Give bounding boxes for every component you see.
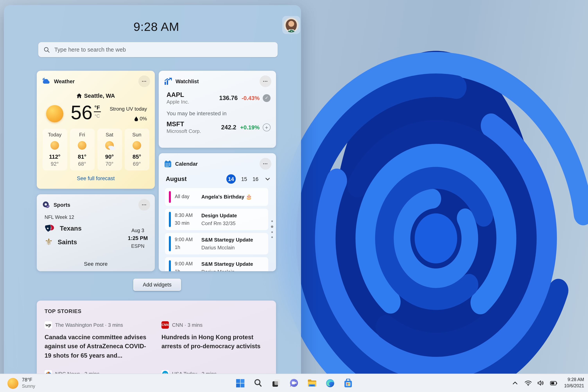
team-row-saints[interactable]: ⚜ Saints [45,237,128,246]
calendar-month: August [166,176,226,182]
calendar-day-16[interactable]: 16 [253,176,258,182]
forecast-day[interactable]: Fri 81° 68° [70,128,95,170]
washington-post-logo-icon: wp [45,321,52,329]
cnn-logo-icon: CNN [162,321,169,329]
news-story[interactable]: CNN CNN · 3 mins Hundreds in Hong Kong p… [162,321,268,360]
search-button[interactable] [251,376,265,390]
calendar-more-button[interactable]: … [260,158,271,170]
edge-button[interactable] [323,376,337,390]
weather-cloud-icon [42,78,51,85]
teams-chat-icon [289,378,299,388]
search-icon [254,379,262,387]
user-avatar-button[interactable] [282,16,300,34]
widgets-panel: 9:28 AM [4,5,301,392]
sports-more-button[interactable]: … [138,199,150,211]
watchlist-add-icon[interactable]: + [263,123,271,131]
calendar-event[interactable]: 9:00 AM 1h S&M Startegy Update Darius Mc… [165,233,268,254]
weather-widget[interactable]: Weather … Seattle, WA 56 °F °C [37,71,155,189]
start-button[interactable] [233,376,247,390]
windows-start-icon [236,378,245,388]
weather-location: Seattle, WA [84,93,115,99]
calendar-event[interactable]: 9:00 AM 1h S&M Startegy Update Darius Mc… [165,257,268,271]
watchlist-title: Watchlist [176,78,256,84]
weather-more-button[interactable]: … [138,76,150,87]
calendar-icon [164,160,172,168]
unit-fahrenheit-toggle[interactable]: °F [94,104,101,112]
battery-icon[interactable] [549,377,559,389]
droplet-icon [135,116,138,121]
weather-location-row[interactable]: Seattle, WA [37,93,155,99]
volume-icon[interactable] [536,377,546,389]
store-button[interactable] [341,376,355,390]
forecast-row: Today 112° 92° Fri 81° 68° Sat 90° 70° [37,128,155,170]
saints-logo-icon: ⚜ [45,237,53,246]
calendar-title: Calendar [175,161,256,167]
avatar [284,18,299,32]
home-icon [77,94,82,98]
tray-expand-chevron-icon[interactable] [510,377,520,389]
watchlist-added-check-icon[interactable]: ✓ [263,94,271,102]
texans-logo-icon [45,224,55,232]
game-info: Aug 3 1:25 PM ESPN [128,227,148,250]
team-row-texans[interactable]: Texans [45,224,128,232]
sports-league-label: NFL Week 12 [37,211,155,220]
sunny-icon [133,141,141,150]
calendar-widget[interactable]: Calendar … August 14 15 16 All day [159,153,276,271]
stocks-chart-icon [164,78,172,85]
news-story[interactable]: wp The Washington Post · 3 mins Canada v… [45,321,151,360]
tray-clock[interactable]: 9:28 AM 10/6/2021 [564,377,584,389]
chat-button[interactable] [287,376,301,390]
calendar-event[interactable]: All day Angela's Birthday 🎂 [165,188,268,206]
task-view-icon [272,378,281,388]
add-widgets-button[interactable]: Add widgets [133,279,181,291]
see-full-forecast-link[interactable]: See full forecast [37,176,155,181]
unit-celsius-toggle[interactable]: °C [95,113,100,119]
sunny-icon [51,141,59,150]
top-stories-title: TOP STORIES [37,300,276,314]
sunny-icon [78,141,86,150]
forecast-day[interactable]: Today 112° 92° [43,128,67,170]
taskbar-app-icons [233,374,355,392]
watchlist-widget[interactable]: Watchlist … AAPL Apple Inc. 136.76 -0.43… [159,71,276,148]
stock-row-aapl[interactable]: AAPL Apple Inc. 136.76 -0.43% ✓ [159,87,276,105]
partly-cloudy-icon [105,141,114,150]
tray-time: 9:28 AM [564,377,584,383]
taskbar-weather-chip[interactable]: 78°F Sunny [5,376,40,390]
chevron-down-icon[interactable] [265,178,270,180]
file-explorer-button[interactable] [305,376,319,390]
calendar-scroll-indicator[interactable] [271,220,273,238]
see-more-link[interactable]: See more [37,261,155,267]
system-tray: 9:28 AM 10/6/2021 [510,374,584,392]
forecast-day[interactable]: Sun 85° 69° [125,128,149,170]
calendar-day-14[interactable]: 14 [226,174,236,184]
stock-row-msft[interactable]: MSFT Microsoft Corp. 242.2 +0.19% + [159,116,276,134]
tray-date: 10/6/2021 [564,383,584,389]
sunny-icon [8,378,18,389]
sports-title: Sports [54,202,135,208]
wifi-icon[interactable] [523,377,533,389]
watchlist-suggestion-label: You may be interested in [159,105,276,116]
search-input[interactable] [54,46,272,53]
calendar-event[interactable]: 8:30 AM 30 min Design Update Conf Rm 32/… [165,209,268,230]
weather-title: Weather [54,78,135,84]
taskbar: 78°F Sunny [0,374,588,392]
current-temp: 56 [71,103,93,122]
sports-ball-icon [42,201,50,209]
forecast-day[interactable]: Sat 90° 70° [97,128,122,170]
uv-status: Strong UV today [110,106,147,112]
edge-browser-icon [325,378,334,388]
calendar-day-15[interactable]: 15 [241,176,247,182]
sunny-icon [46,105,63,122]
panel-clock: 9:28 AM [37,20,276,34]
search-icon [44,47,50,52]
desktop: 9:28 AM [0,0,588,392]
sports-widget[interactable]: Sports … NFL Week 12 Texans ⚜ [37,194,155,271]
file-explorer-icon [307,379,317,387]
web-search-bar [38,42,278,57]
precip-chance: 0% [140,116,147,122]
watchlist-more-button[interactable]: … [260,76,271,87]
microsoft-store-icon [343,378,352,388]
task-view-button[interactable] [269,376,283,390]
